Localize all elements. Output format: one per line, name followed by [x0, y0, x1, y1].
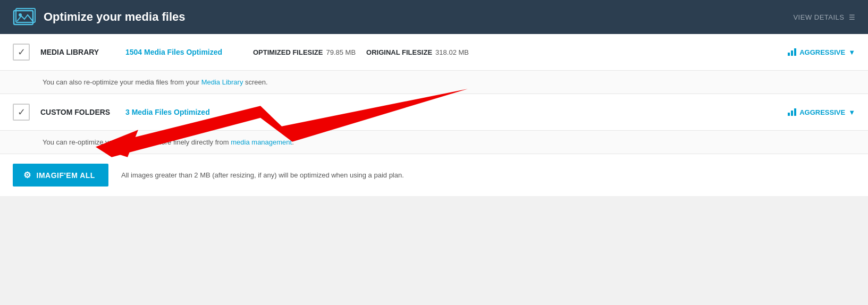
original-filesize-value: 318.02 MB [435, 48, 469, 56]
media-library-quality-button[interactable]: AGGRESSIVE ▼ [788, 48, 855, 56]
view-details-button[interactable]: VIEW DETAILS ☰ [793, 13, 855, 21]
gear-icon: ⚙ [23, 170, 31, 180]
bar-chart-icon-2 [788, 108, 796, 116]
media-library-optimized-count: 1504 Media Files Optimized [125, 48, 242, 56]
imagifem-all-button[interactable]: ⚙ IMAGIF'EM ALL [13, 164, 108, 187]
footer-row: ⚙ IMAGIF'EM ALL All images greater than … [0, 154, 868, 196]
checkmark-icon: ✓ [18, 46, 26, 58]
media-library-checkbox[interactable]: ✓ [13, 44, 30, 61]
checkmark-icon-2: ✓ [18, 106, 26, 118]
custom-folders-quality-label: AGGRESSIVE [799, 108, 845, 116]
media-library-label: MEDIA LIBRARY [40, 48, 115, 56]
custom-folders-info-row: You can re-optimize your media files mor… [0, 131, 868, 154]
original-filesize-label: ORIGINAL FILESIZE [366, 48, 432, 56]
main-content: ✓ MEDIA LIBRARY 1504 Media Files Optimiz… [0, 34, 868, 196]
optimized-filesize-value: 79.85 MB [326, 48, 356, 56]
media-library-info-text: You can also re-optimize your media file… [43, 78, 201, 86]
original-filesize-group: ORIGINAL FILESIZE 318.02 MB [366, 48, 473, 56]
media-library-info-row: You can also re-optimize your media file… [0, 71, 868, 94]
custom-folders-zero: 0 [253, 108, 296, 116]
custom-folders-label: CUSTOM FOLDERS [40, 108, 115, 116]
page-header: Optimize your media files VIEW DETAILS ☰ [0, 0, 868, 34]
media-library-info-text-end: screen. [243, 78, 267, 86]
dropdown-chevron-icon-2: ▼ [848, 108, 855, 116]
svg-point-2 [19, 13, 22, 16]
hamburger-icon: ☰ [849, 13, 856, 21]
media-library-row: ✓ MEDIA LIBRARY 1504 Media Files Optimiz… [0, 34, 868, 71]
custom-folders-info-text-end: . [292, 138, 294, 146]
media-library-quality-label: AGGRESSIVE [799, 48, 845, 56]
custom-folders-checkbox[interactable]: ✓ [13, 104, 30, 121]
custom-folders-info-text: You can re-optimize your media files mor… [43, 138, 231, 146]
bar-chart-icon [788, 48, 796, 56]
custom-folders-optimized-count: 3 Media Files Optimized [125, 108, 242, 116]
footer-note: All images greater than 2 MB (after resi… [121, 171, 404, 179]
header-left: Optimize your media files [13, 7, 186, 27]
view-details-label: VIEW DETAILS [793, 13, 844, 21]
media-optimize-icon [13, 7, 36, 27]
page-wrapper: Optimize your media files VIEW DETAILS ☰… [0, 0, 868, 196]
custom-folders-quality-button[interactable]: AGGRESSIVE ▼ [788, 108, 855, 116]
dropdown-chevron-icon: ▼ [848, 48, 855, 56]
custom-folders-row: ✓ CUSTOM FOLDERS 3 Media Files Optimized… [0, 94, 868, 131]
header-title: Optimize your media files [44, 10, 186, 24]
optimized-filesize-label: OPTIMIZED FILESIZE [253, 48, 323, 56]
optimized-filesize-group: OPTIMIZED FILESIZE 79.85 MB [253, 48, 356, 56]
media-library-link[interactable]: Media Library [201, 78, 243, 86]
media-management-link[interactable]: media management [231, 138, 292, 146]
imagifem-all-label: IMAGIF'EM ALL [37, 171, 95, 180]
